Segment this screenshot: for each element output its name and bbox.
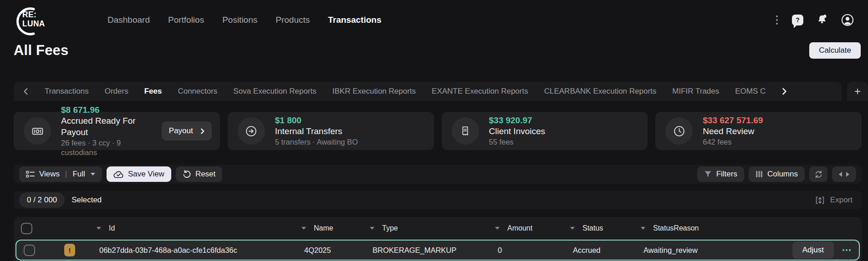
header-cell-status[interactable]: Status	[565, 224, 635, 232]
views-separator: |	[64, 170, 68, 179]
tab-clearbank-execution-reports[interactable]: CLEARBANK Execution Reports	[544, 87, 657, 96]
selection-count-badge: 0 / 2 000	[19, 192, 65, 208]
column-menu-icon[interactable]	[97, 227, 101, 230]
tab-bar: Transactions Orders Fees Connectors Sova…	[14, 82, 842, 101]
export-button[interactable]: Export	[815, 196, 856, 205]
card-subtext: 5 transfers · Awaiting BO	[275, 137, 358, 147]
save-view-button[interactable]: Save View	[107, 166, 171, 182]
reset-label: Reset	[195, 170, 215, 179]
tab-exante-execution-reports[interactable]: EXANTE Execution Reports	[432, 87, 528, 96]
header-cell-select	[14, 223, 43, 234]
row-checkbox[interactable]	[24, 245, 35, 256]
column-menu-icon[interactable]	[301, 227, 306, 230]
logo-line2: LUNA	[22, 20, 45, 29]
tabs-scroll-left-icon[interactable]	[23, 88, 29, 95]
save-view-label: Save View	[128, 170, 164, 179]
notifications-icon[interactable]	[816, 14, 828, 26]
header-cell-name[interactable]: Name	[296, 224, 364, 232]
header-cell-type[interactable]: Type	[364, 224, 490, 232]
top-nav: RE: LUNA Dashboard Portfolios Positions …	[0, 0, 868, 40]
nav-item-portfolios[interactable]: Portfolios	[168, 15, 204, 25]
help-icon[interactable]: ?	[792, 15, 803, 25]
payout-button[interactable]: Payout	[162, 121, 212, 141]
warning-icon[interactable]: !	[64, 244, 75, 256]
tab-sova-execution-reports[interactable]: Sova Execution Reports	[233, 87, 316, 96]
logo-text: RE: LUNA	[22, 10, 45, 28]
column-label-statusreason: StatusReason	[653, 224, 699, 232]
tab-connectors[interactable]: Connectors	[178, 87, 217, 96]
columns-button[interactable]: Columns	[749, 166, 805, 182]
clock-icon	[665, 117, 693, 145]
kebab-menu-icon[interactable]	[774, 14, 780, 26]
refresh-button[interactable]	[809, 166, 827, 182]
add-tab-button[interactable]: +	[847, 82, 868, 101]
views-dropdown[interactable]: Views | Full	[19, 166, 102, 182]
column-label-status: Status	[582, 224, 603, 232]
summary-cards: $8 671.96 Accrued Ready For Payout 26 fe…	[14, 112, 862, 150]
column-menu-icon[interactable]	[495, 227, 500, 230]
cloud-check-icon	[113, 171, 123, 178]
column-menu-icon[interactable]	[370, 227, 374, 230]
page-header: All Fees Calculate	[0, 40, 868, 61]
arrow-right-circle-icon	[238, 117, 265, 145]
row-cell-status: Accrued	[567, 246, 638, 255]
card-client-invoices: $33 920.97 Client Invoices 55 fees	[442, 112, 648, 150]
table-row[interactable]: ! 06b27dda-03b7-468a-a0ac-cfe1c6fda36c 4…	[15, 240, 860, 261]
nav-item-positions[interactable]: Positions	[222, 15, 257, 25]
profile-icon[interactable]	[841, 13, 854, 27]
column-label-id: Id	[109, 224, 115, 232]
card-subtext: 642 fees	[703, 137, 763, 147]
header-cell-id[interactable]: Id	[91, 224, 296, 232]
row-cell-statusreason: Awaiting_review	[638, 246, 770, 255]
column-label-name: Name	[314, 224, 333, 232]
main-nav: Dashboard Portfolios Positions Products …	[107, 15, 381, 25]
column-menu-icon[interactable]	[641, 227, 645, 230]
calculate-button[interactable]: Calculate	[809, 42, 861, 59]
refresh-icon	[814, 170, 823, 179]
row-cell-type: BROKERAGE_MARKUP	[367, 246, 492, 255]
card-text: $33 920.97 Client Invoices 55 fees	[489, 115, 546, 147]
nav-item-transactions[interactable]: Transactions	[328, 15, 381, 25]
fees-table: Id Name Type Amount Status StatusReason …	[14, 217, 862, 261]
row-more-options-icon[interactable]	[842, 247, 852, 253]
tab-ibkr-execution-reports[interactable]: IBKR Execution Reports	[332, 87, 416, 96]
card-need-review: $33 627 571.69 Need Review 642 fees	[655, 112, 862, 150]
card-label: Need Review	[703, 126, 763, 137]
nav-item-dashboard[interactable]: Dashboard	[107, 15, 150, 25]
logo-line1: RE:	[22, 10, 45, 20]
tabs-scroll-right-icon[interactable]	[781, 88, 787, 95]
arrow-right-icon	[846, 171, 850, 177]
tab-orders[interactable]: Orders	[105, 87, 128, 96]
nav-actions: ?	[774, 13, 854, 27]
card-label: Client Invoices	[489, 126, 546, 137]
tab-eoms[interactable]: EOMS C	[735, 87, 766, 96]
row-cell-actions: Adjust	[770, 241, 859, 259]
card-accrued-ready-for-payout: $8 671.96 Accrued Ready For Payout 26 fe…	[14, 112, 220, 150]
nav-item-products[interactable]: Products	[276, 15, 310, 25]
header-cell-amount[interactable]: Amount	[490, 224, 565, 232]
adjust-button[interactable]: Adjust	[792, 241, 834, 259]
column-menu-icon[interactable]	[570, 227, 575, 230]
card-internal-transfers: $1 800 Internal Transfers 5 transfers · …	[228, 112, 434, 150]
banknote-icon	[24, 117, 51, 145]
reset-button[interactable]: Reset	[176, 166, 222, 182]
row-cell-amount: 0	[492, 246, 567, 255]
header-cell-statusreason[interactable]: StatusReason	[635, 224, 767, 232]
selection-label: Selected	[71, 196, 102, 205]
tab-transactions[interactable]: Transactions	[45, 87, 89, 96]
payout-label: Payout	[169, 126, 193, 136]
app-logo[interactable]: RE: LUNA	[13, 5, 56, 35]
tab-fees[interactable]: Fees	[144, 87, 162, 96]
pager-arrows-button[interactable]	[832, 166, 856, 182]
select-all-checkbox[interactable]	[21, 223, 32, 234]
views-label: Views	[39, 170, 60, 179]
filters-label: Filters	[716, 170, 737, 179]
tab-mifir-trades[interactable]: MIFIR Trades	[672, 87, 719, 96]
card-amount: $33 920.97	[489, 115, 546, 126]
row-cell-name[interactable]: 4Q2025	[299, 246, 367, 255]
view-toolbar: Views | Full Save View Reset Filters	[14, 165, 862, 184]
filters-button[interactable]: Filters	[697, 166, 744, 182]
reset-icon	[183, 170, 191, 178]
card-amount: $33 627 571.69	[703, 115, 763, 126]
column-label-type: Type	[382, 224, 398, 232]
